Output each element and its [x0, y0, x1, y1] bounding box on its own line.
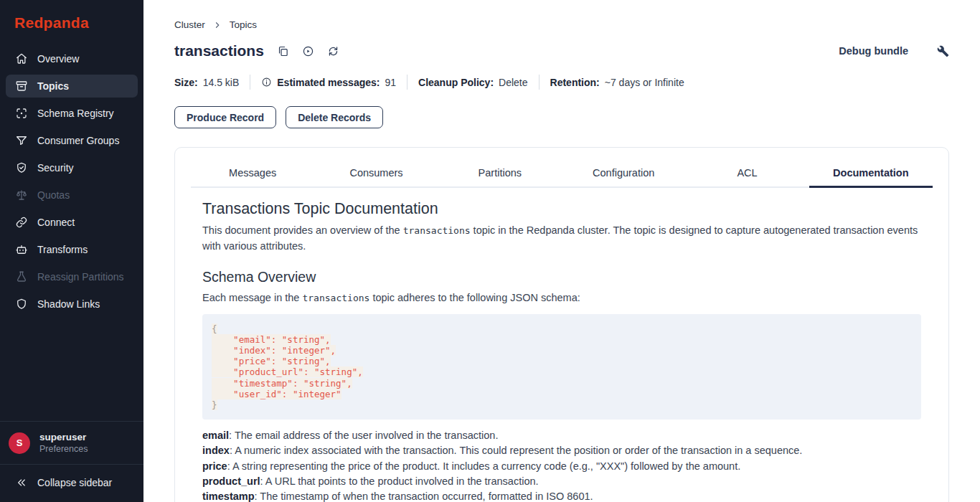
- sidebar-item-label: Security: [37, 162, 74, 174]
- user-preferences-link[interactable]: Preferences: [39, 443, 88, 455]
- field-timestamp: timestamp: The timestamp of when the tra…: [202, 489, 921, 502]
- sidebar-item-schema-registry[interactable]: Schema Registry: [6, 102, 138, 125]
- field-index: index: A numeric index associated with t…: [202, 443, 921, 458]
- code-line: "user_id": "integer": [212, 389, 912, 399]
- field-price: price: A string representing the price o…: [202, 459, 921, 474]
- refresh-icon: [327, 45, 339, 57]
- stat-estimated-messages: Estimated messages:91: [261, 77, 396, 88]
- stat-label: Size:: [174, 77, 198, 88]
- robot-icon: [15, 243, 28, 256]
- stat-label: Cleanup Policy:: [418, 77, 494, 88]
- sidebar-item-label: Topics: [37, 80, 69, 92]
- page-title: transactions: [174, 42, 264, 60]
- avatar: S: [9, 432, 30, 454]
- admin-tools-button[interactable]: [937, 45, 949, 57]
- actions-row: Produce Record Delete Records: [174, 106, 949, 128]
- link-icon: [15, 216, 28, 229]
- delete-records-button[interactable]: Delete Records: [286, 106, 383, 128]
- code-line: "product_url": "string",: [212, 366, 912, 377]
- field-descriptions: email: The email address of the user inv…: [202, 428, 921, 502]
- refresh-button[interactable]: [327, 45, 339, 57]
- info-icon: [261, 77, 272, 87]
- stat-label: Retention:: [550, 77, 600, 88]
- stat-cleanup-policy: Cleanup Policy:Delete: [418, 77, 528, 88]
- tab-partitions[interactable]: Partitions: [438, 160, 562, 188]
- sidebar-item-overview[interactable]: Overview: [6, 47, 138, 70]
- user-name: superuser: [39, 431, 88, 443]
- copy-icon: [277, 45, 289, 57]
- sidebar-item-label: Shadow Links: [37, 298, 100, 310]
- chevron-right-icon: [213, 21, 222, 29]
- play-circle-icon: [302, 45, 314, 57]
- produce-record-button[interactable]: Produce Record: [174, 106, 276, 128]
- play-button[interactable]: [302, 45, 314, 57]
- stat-value: Delete: [499, 77, 527, 88]
- breadcrumb-topics[interactable]: Topics: [230, 19, 257, 30]
- sidebar-item-label: Consumer Groups: [37, 135, 119, 146]
- double-chevron-left-icon: [16, 477, 27, 488]
- sidebar-item-label: Quotas: [37, 189, 70, 201]
- funnel-icon: [15, 134, 28, 147]
- tab-messages[interactable]: Messages: [191, 160, 314, 188]
- sidebar-item-security[interactable]: Security: [6, 156, 138, 179]
- topic-stats: Size:14.5 kiBEstimated messages:91Cleanu…: [174, 75, 949, 90]
- sidebar-item-consumer-groups[interactable]: Consumer Groups: [6, 129, 138, 152]
- sidebar-item-label: Overview: [37, 53, 79, 65]
- schema-overview-heading: Schema Overview: [202, 269, 921, 285]
- stat-value: ~7 days or Infinite: [605, 77, 684, 88]
- stat-retention: Retention:~7 days or Infinite: [550, 77, 684, 88]
- sidebar-item-reassign-partitions: Reassign Partitions: [6, 265, 138, 288]
- wrench-icon: [937, 45, 949, 57]
- collapse-sidebar-button[interactable]: Collapse sidebar: [0, 464, 143, 502]
- stat-value: 14.5 kiB: [203, 77, 240, 88]
- code-line: "price": "string",: [212, 356, 912, 366]
- tab-bar: MessagesConsumersPartitionsConfiguration…: [191, 160, 933, 188]
- sidebar-nav: OverviewTopicsSchema RegistryConsumer Gr…: [0, 43, 143, 421]
- code-line: "index": "integer",: [212, 345, 912, 356]
- scale-icon: [15, 189, 28, 202]
- copy-topic-name-button[interactable]: [277, 45, 289, 57]
- inline-code-transactions: transactions: [302, 293, 369, 303]
- sidebar-item-label: Connect: [37, 217, 75, 228]
- tab-documentation[interactable]: Documentation: [809, 160, 933, 188]
- title-row: transactions Debug bundle: [174, 42, 949, 60]
- topic-card: MessagesConsumersPartitionsConfiguration…: [174, 147, 949, 502]
- stat-label: Estimated messages:: [277, 77, 380, 88]
- stat-divider: [250, 75, 250, 90]
- debug-bundle-link[interactable]: Debug bundle: [839, 45, 908, 57]
- flask-icon: [15, 270, 28, 283]
- schema-intro: Each message in the transactions topic a…: [202, 290, 921, 306]
- doc-intro: This document provides an overview of th…: [202, 223, 921, 254]
- code-line: {: [212, 323, 912, 334]
- home-icon: [15, 52, 28, 65]
- tab-configuration[interactable]: Configuration: [562, 160, 685, 188]
- code-line: "timestamp": "string",: [212, 378, 912, 389]
- inline-code-transactions: transactions: [403, 225, 471, 236]
- breadcrumb: Cluster Topics: [174, 19, 949, 30]
- sidebar-item-shadow-links[interactable]: Shadow Links: [6, 293, 138, 316]
- shield-icon: [15, 298, 28, 311]
- tab-acl[interactable]: ACL: [685, 160, 809, 188]
- breadcrumb-cluster[interactable]: Cluster: [174, 19, 205, 30]
- sidebar-item-connect[interactable]: Connect: [6, 211, 138, 234]
- doc-title: Transactions Topic Documentation: [202, 200, 921, 218]
- user-section[interactable]: S superuser Preferences: [0, 421, 143, 464]
- sidebar-item-label: Reassign Partitions: [37, 271, 124, 283]
- stat-value: 91: [385, 77, 396, 88]
- stat-divider: [539, 75, 540, 90]
- redpanda-logo: Redpanda: [0, 0, 143, 43]
- sidebar-item-quotas: Quotas: [6, 184, 138, 207]
- code-line: "email": "string",: [212, 334, 912, 345]
- code-line: }: [212, 399, 912, 410]
- documentation-panel: Transactions Topic Documentation This do…: [175, 188, 948, 502]
- tab-consumers[interactable]: Consumers: [314, 160, 438, 188]
- main-content: Cluster Topics transactions Debug bundle…: [143, 0, 980, 502]
- field-product_url: product_url: A URL that points to the pr…: [202, 474, 921, 489]
- sidebar-item-topics[interactable]: Topics: [6, 75, 138, 98]
- archive-icon: [15, 80, 28, 93]
- sidebar-item-transforms[interactable]: Transforms: [6, 238, 138, 261]
- field-email: email: The email address of the user inv…: [202, 428, 921, 443]
- sidebar-item-label: Schema Registry: [37, 108, 114, 119]
- schema-frame-icon: [15, 107, 28, 120]
- collapse-sidebar-label: Collapse sidebar: [37, 477, 112, 488]
